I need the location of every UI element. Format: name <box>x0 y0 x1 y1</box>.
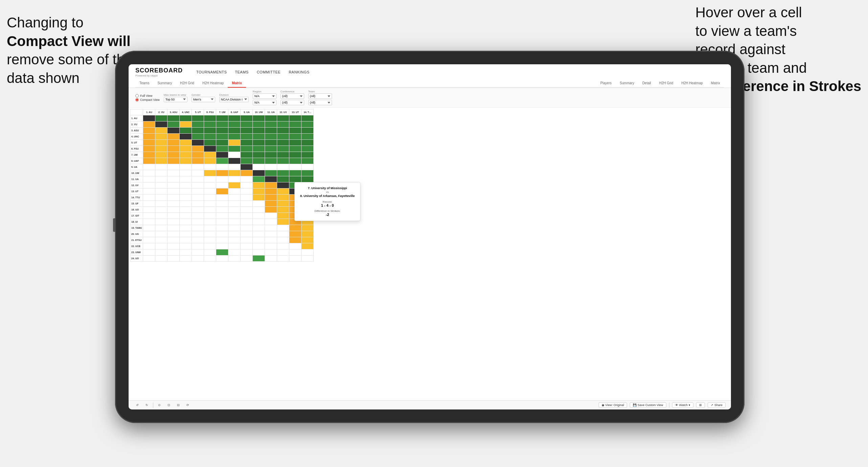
matrix-cell[interactable] <box>168 255 180 262</box>
matrix-cell[interactable] <box>241 170 253 176</box>
matrix-cell[interactable] <box>180 201 192 207</box>
matrix-cell[interactable] <box>241 128 253 134</box>
matrix-cell[interactable] <box>302 121 314 128</box>
matrix-cell[interactable] <box>143 140 155 146</box>
matrix-cell[interactable] <box>204 225 216 231</box>
matrix-cell[interactable] <box>289 237 302 243</box>
matrix-cell[interactable] <box>168 219 180 225</box>
matrix-cell[interactable] <box>180 219 192 225</box>
matrix-cell[interactable] <box>155 146 168 152</box>
matrix-cell[interactable] <box>241 201 253 207</box>
matrix-cell[interactable] <box>180 176 192 182</box>
matrix-cell[interactable] <box>228 146 241 152</box>
matrix-cell[interactable] <box>155 243 168 249</box>
matrix-cell[interactable] <box>265 188 277 195</box>
matrix-cell[interactable] <box>168 182 180 188</box>
matrix-cell[interactable] <box>277 219 289 225</box>
matrix-cell[interactable] <box>143 158 155 164</box>
matrix-cell[interactable] <box>228 164 241 170</box>
matrix-cell[interactable] <box>180 140 192 146</box>
matrix-cell[interactable] <box>277 146 289 152</box>
matrix-cell[interactable] <box>192 152 204 158</box>
matrix-cell[interactable] <box>192 207 204 213</box>
matrix-cell[interactable] <box>241 188 253 195</box>
matrix-cell[interactable] <box>241 176 253 182</box>
matrix-cell[interactable] <box>216 134 228 140</box>
matrix-cell[interactable] <box>241 237 253 243</box>
matrix-cell[interactable] <box>265 115 277 121</box>
matrix-cell[interactable] <box>168 243 180 249</box>
matrix-cell[interactable] <box>180 243 192 249</box>
matrix-cell[interactable] <box>277 182 289 188</box>
matrix-cell[interactable] <box>228 207 241 213</box>
matrix-cell[interactable] <box>204 237 216 243</box>
matrix-cell[interactable] <box>277 201 289 207</box>
matrix-cell[interactable] <box>192 243 204 249</box>
matrix-cell[interactable] <box>216 219 228 225</box>
full-view-radio[interactable] <box>135 94 139 97</box>
matrix-cell[interactable] <box>155 182 168 188</box>
tab-players[interactable]: Players <box>596 79 616 88</box>
matrix-cell[interactable] <box>241 164 253 170</box>
matrix-cell[interactable] <box>143 134 155 140</box>
matrix-cell[interactable] <box>180 213 192 219</box>
matrix-cell[interactable] <box>192 213 204 219</box>
matrix-cell[interactable] <box>143 249 155 255</box>
matrix-cell[interactable] <box>143 243 155 249</box>
matrix-cell[interactable] <box>204 182 216 188</box>
matrix-cell[interactable] <box>216 152 228 158</box>
matrix-cell[interactable] <box>192 188 204 195</box>
matrix-cell[interactable] <box>253 182 265 188</box>
matrix-cell[interactable] <box>180 158 192 164</box>
matrix-cell[interactable] <box>143 201 155 207</box>
layout-button[interactable]: ⊞ <box>696 402 705 408</box>
matrix-cell[interactable] <box>289 243 302 249</box>
matrix-cell[interactable] <box>204 164 216 170</box>
matrix-cell[interactable] <box>216 115 228 121</box>
matrix-cell[interactable] <box>228 121 241 128</box>
gender-select[interactable]: Men's <box>192 97 215 102</box>
matrix-cell[interactable] <box>253 176 265 182</box>
matrix-cell[interactable] <box>277 176 289 182</box>
matrix-cell[interactable] <box>277 170 289 176</box>
matrix-cell[interactable] <box>155 140 168 146</box>
matrix-cell[interactable] <box>204 140 216 146</box>
matrix-cell[interactable] <box>180 255 192 262</box>
matrix-cell[interactable] <box>265 146 277 152</box>
matrix-cell[interactable] <box>168 213 180 219</box>
matrix-cell[interactable] <box>192 140 204 146</box>
matrix-cell[interactable] <box>241 152 253 158</box>
matrix-cell[interactable] <box>204 188 216 195</box>
matrix-cell[interactable] <box>155 170 168 176</box>
matrix-cell[interactable] <box>180 170 192 176</box>
matrix-cell[interactable] <box>228 225 241 231</box>
matrix-cell[interactable] <box>143 237 155 243</box>
compact-view-radio[interactable] <box>135 98 139 102</box>
matrix-cell[interactable] <box>168 121 180 128</box>
matrix-cell[interactable] <box>168 176 180 182</box>
matrix-cell[interactable] <box>289 121 302 128</box>
matrix-cell[interactable] <box>168 164 180 170</box>
matrix-cell[interactable] <box>228 219 241 225</box>
matrix-cell[interactable] <box>216 207 228 213</box>
nav-tournaments[interactable]: TOURNAMENTS <box>196 69 227 75</box>
matrix-cell[interactable] <box>216 128 228 134</box>
matrix-cell[interactable] <box>277 195 289 201</box>
matrix-cell[interactable] <box>277 243 289 249</box>
matrix-cell[interactable] <box>253 164 265 170</box>
matrix-cell[interactable] <box>228 152 241 158</box>
matrix-cell[interactable] <box>204 231 216 237</box>
matrix-cell[interactable] <box>204 128 216 134</box>
matrix-cell[interactable] <box>204 121 216 128</box>
matrix-cell[interactable] <box>216 231 228 237</box>
conference-select[interactable]: (All) <box>281 93 304 99</box>
matrix-cell[interactable] <box>155 176 168 182</box>
matrix-cell[interactable] <box>289 128 302 134</box>
matrix-cell[interactable] <box>155 213 168 219</box>
tab-teams[interactable]: Teams <box>135 79 153 88</box>
matrix-cell[interactable] <box>228 195 241 201</box>
matrix-cell[interactable] <box>241 115 253 121</box>
matrix-cell[interactable] <box>155 134 168 140</box>
matrix-cell[interactable] <box>228 140 241 146</box>
matrix-cell[interactable] <box>265 201 277 207</box>
